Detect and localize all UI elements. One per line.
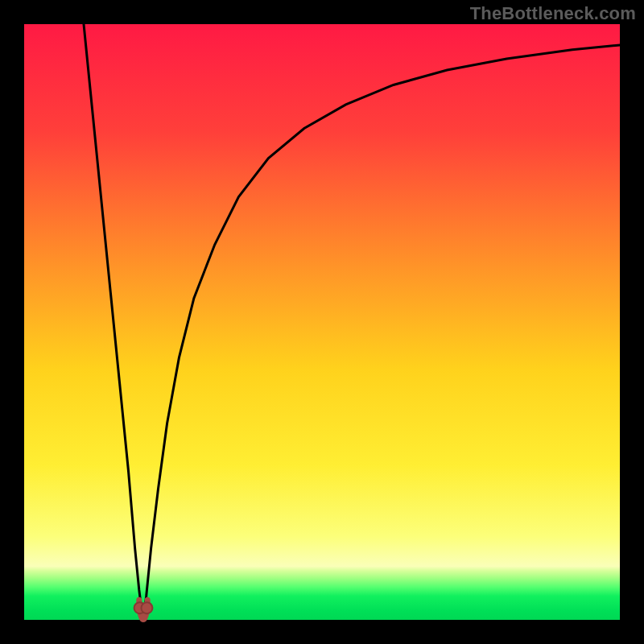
dip-marker-right — [141, 602, 152, 613]
bottleneck-chart — [0, 0, 644, 644]
app-frame: TheBottleneck.com — [0, 0, 644, 644]
